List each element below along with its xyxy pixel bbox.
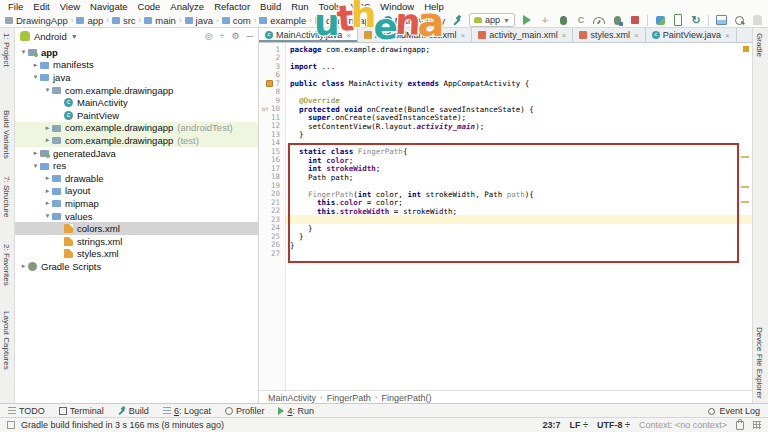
tool-window-switcher-icon[interactable]: [7, 421, 15, 429]
tool-window-button-gradle[interactable]: Gradle: [755, 33, 764, 57]
breadcrumb-item[interactable]: DrawingApp: [5, 15, 68, 26]
menu-item-edit[interactable]: Edit: [28, 1, 54, 12]
menu-item-refactor[interactable]: Refactor: [209, 1, 255, 12]
tool-window-button-device-file-explorer[interactable]: Device File Explorer: [755, 327, 764, 399]
inspection-indicator[interactable]: [743, 46, 749, 52]
warning-stripe-mark[interactable]: [741, 186, 749, 188]
tool-window-button-layout-captures[interactable]: Layout Captures: [2, 311, 11, 370]
tree-row[interactable]: ▾res: [15, 159, 258, 172]
class-marker-icon[interactable]: [266, 80, 273, 87]
tree-row[interactable]: PaintView: [15, 109, 258, 122]
tree-expand-icon[interactable]: ▸: [43, 187, 52, 195]
tree-row[interactable]: ▸layout: [15, 185, 258, 198]
search-everywhere-icon[interactable]: [733, 14, 745, 26]
code-editor[interactable]: 1236789o↑1011121314151617181920212223242…: [259, 43, 752, 390]
tree-row[interactable]: styles.xml: [15, 248, 258, 261]
tree-row[interactable]: colors.xml: [15, 222, 258, 235]
warning-stripe-mark[interactable]: [741, 201, 749, 203]
tool-window-button-terminal[interactable]: Terminal: [59, 406, 104, 416]
event-log-button[interactable]: Event Log: [708, 406, 760, 416]
tree-expand-icon[interactable]: ▾: [43, 86, 52, 94]
attach-debugger-icon[interactable]: [611, 14, 623, 26]
menu-item-window[interactable]: Window: [375, 1, 419, 12]
tool-window-button--favorites[interactable]: 2: Favorites: [2, 244, 11, 286]
tool-window-button-profiler[interactable]: Profiler: [225, 406, 265, 416]
collapse-all-icon[interactable]: ÷: [220, 31, 225, 41]
lock-icon[interactable]: [736, 421, 744, 430]
menu-item-build[interactable]: Build: [255, 1, 286, 12]
editor-breadcrumb-item[interactable]: MainActivity: [268, 393, 316, 403]
breadcrumb-item[interactable]: java: [185, 15, 213, 26]
tool-window-button--structure[interactable]: 7: Structure: [2, 176, 11, 217]
breadcrumb-item[interactable]: main: [144, 15, 176, 26]
tree-row[interactable]: ▾values: [15, 210, 258, 223]
tree-expand-icon[interactable]: ▸: [19, 262, 28, 270]
chevron-down-icon[interactable]: ▼: [71, 33, 78, 40]
gear-icon[interactable]: ⚙: [232, 31, 240, 41]
tree-expand-icon[interactable]: ▸: [43, 199, 52, 207]
tree-row[interactable]: ▾java: [15, 71, 258, 84]
menu-item-vcs[interactable]: VCS: [346, 1, 376, 12]
editor-tab[interactable]: styles.xml×: [573, 28, 645, 42]
tree-expand-icon[interactable]: ▸: [43, 174, 52, 182]
run-button[interactable]: [521, 14, 533, 26]
code-content[interactable]: package com.example.drawingapp;import ..…: [286, 43, 752, 390]
override-marker-icon[interactable]: o↑: [262, 106, 269, 112]
tree-expand-icon[interactable]: ▾: [31, 162, 40, 170]
editor-tab[interactable]: AndroidManifest.xml×: [358, 28, 472, 42]
tool-window-button-4-run[interactable]: 4: Run: [278, 406, 314, 416]
menu-item-view[interactable]: View: [55, 1, 85, 12]
stop-button[interactable]: [629, 14, 641, 26]
project-view-select[interactable]: Android: [34, 31, 67, 42]
build-hammer-icon[interactable]: [451, 14, 463, 26]
tree-row[interactable]: ▸manifests: [15, 59, 258, 72]
menu-item-analyze[interactable]: Analyze: [165, 1, 209, 12]
coverage-icon[interactable]: C: [575, 14, 587, 26]
line-separator-indicator[interactable]: LF ÷: [570, 420, 588, 430]
caret-position[interactable]: 23:7: [543, 420, 561, 430]
tool-window-button-todo[interactable]: TODO: [8, 406, 45, 416]
encoding-indicator[interactable]: UTF-8 ÷: [597, 420, 630, 430]
tree-expand-icon[interactable]: ▸: [43, 136, 52, 144]
tool-window-button--project[interactable]: 1: Project: [2, 33, 11, 67]
tree-expand-icon[interactable]: ▾: [31, 73, 40, 81]
tree-row[interactable]: ▸com.example.drawingapp(androidTest): [15, 122, 258, 135]
editor-breadcrumb-item[interactable]: FingerPath: [327, 393, 371, 403]
sdk-manager-icon[interactable]: [715, 14, 727, 26]
close-icon[interactable]: ×: [634, 31, 639, 40]
tree-row[interactable]: ▸com.example.drawingapp(test): [15, 134, 258, 147]
warning-stripe-mark[interactable]: [741, 156, 749, 158]
run-configuration-select[interactable]: app ▼: [469, 13, 515, 27]
menu-item-help[interactable]: Help: [419, 1, 449, 12]
breadcrumb-item[interactable]: com: [222, 15, 251, 26]
breadcrumb-item[interactable]: example: [259, 15, 306, 26]
tree-expand-icon[interactable]: ▸: [31, 149, 40, 157]
menu-item-navigate[interactable]: Navigate: [85, 1, 133, 12]
tree-expand-icon[interactable]: ▾: [43, 212, 52, 220]
tool-window-button-6-logcat[interactable]: 6: Logcat: [163, 406, 211, 416]
attach-to-process-icon[interactable]: [654, 14, 666, 26]
tree-expand-icon[interactable]: ▸: [31, 61, 40, 69]
tree-row[interactable]: ▸drawable: [15, 172, 258, 185]
apply-changes-icon[interactable]: +: [539, 14, 551, 26]
close-icon[interactable]: ×: [461, 31, 466, 40]
close-icon[interactable]: ×: [725, 31, 730, 40]
tool-window-button-build[interactable]: Build: [118, 406, 149, 416]
menu-item-run[interactable]: Run: [286, 1, 313, 12]
tree-row[interactable]: MainActivity: [15, 96, 258, 109]
editor-tab[interactable]: activity_main.xml×: [472, 28, 573, 42]
breadcrumb-item[interactable]: app: [76, 15, 103, 26]
breadcrumb-item[interactable]: MainActivity: [384, 15, 446, 26]
tree-row[interactable]: ▾app: [15, 46, 258, 59]
context-indicator[interactable]: Context: <no context>: [639, 420, 727, 430]
locate-file-icon[interactable]: ◎: [205, 31, 213, 41]
avd-manager-icon[interactable]: [672, 14, 684, 26]
profiler-icon[interactable]: [593, 14, 605, 26]
menu-item-tools[interactable]: Tools: [314, 1, 346, 12]
tree-row[interactable]: ▸generatedJava: [15, 147, 258, 160]
gradle-sync-icon[interactable]: ↻: [690, 14, 702, 26]
editor-tab[interactable]: MainActivity.java×: [259, 28, 358, 42]
close-icon[interactable]: ×: [562, 31, 567, 40]
tree-row[interactable]: ▸Gradle Scripts: [15, 260, 258, 273]
close-icon[interactable]: ×: [346, 31, 351, 40]
